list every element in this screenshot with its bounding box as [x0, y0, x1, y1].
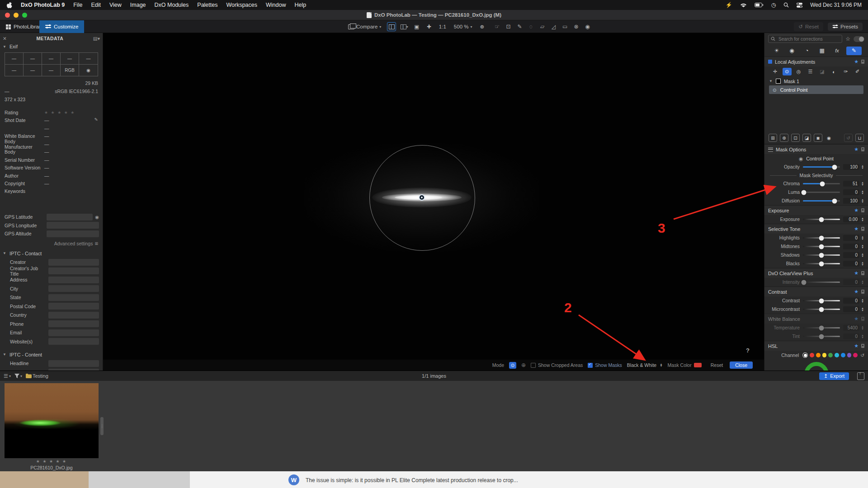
- zoom-window-button[interactable]: [22, 13, 27, 18]
- pin-icon[interactable]: [861, 344, 864, 348]
- exif-section-header[interactable]: ▼ Exif: [0, 42, 103, 51]
- duplicate-mask-icon[interactable]: ⊡: [791, 134, 800, 142]
- crop-tool-icon[interactable]: ⊡: [505, 23, 512, 30]
- add-mask-icon[interactable]: ⊞: [769, 134, 777, 142]
- menu-clock[interactable]: Wed Dec 31 9:06 PM: [810, 2, 862, 8]
- zoom-in-button[interactable]: ⊕: [478, 23, 486, 31]
- share-icon[interactable]: [857, 372, 864, 380]
- repair-tool-icon[interactable]: ◌: [528, 23, 534, 30]
- geometry-icon[interactable]: ▦: [816, 47, 828, 55]
- reset-channel-icon[interactable]: ↺: [860, 352, 864, 358]
- search-box[interactable]: [768, 35, 842, 43]
- iptc-contact-section-header[interactable]: ▼ IPTC - Contact: [0, 249, 103, 258]
- view-single-button[interactable]: [387, 22, 396, 31]
- menu-item-workspaces[interactable]: Workspaces: [226, 2, 257, 8]
- zoom-level-dropdown[interactable]: 500 % ▾: [452, 23, 474, 30]
- slider-track[interactable]: [803, 282, 840, 283]
- new-mask-icon[interactable]: ⊕: [780, 134, 788, 142]
- apple-menu-icon[interactable]: [6, 2, 12, 9]
- secondary-mode-button[interactable]: ⊕: [521, 362, 526, 368]
- edit-icon[interactable]: ✎: [94, 117, 98, 122]
- hsl-channel-dot-6[interactable]: [841, 353, 845, 357]
- menu-item-window[interactable]: Window: [266, 2, 286, 8]
- hsl-channel-dot-8[interactable]: [853, 353, 858, 357]
- viewpoint-tool-icon[interactable]: ▭: [561, 23, 568, 30]
- gps-altitude-input[interactable]: [47, 230, 99, 237]
- section-header-selective-tone[interactable]: Selective Tone★: [764, 224, 868, 234]
- slider-value[interactable]: 51: [843, 181, 859, 187]
- mask-visibility-checkbox[interactable]: [776, 79, 781, 84]
- mask-color-swatch[interactable]: [694, 363, 702, 367]
- stepper-arrows-icon[interactable]: ▲▼: [861, 280, 864, 285]
- close-window-button[interactable]: [5, 13, 10, 18]
- viewer-close-button[interactable]: Close: [730, 361, 753, 369]
- search-icon[interactable]: [783, 2, 789, 8]
- slider-track[interactable]: [803, 263, 840, 264]
- zoom-1to1-button[interactable]: 1:1: [437, 23, 448, 30]
- slider-track[interactable]: [803, 166, 840, 168]
- show-cropped-toggle[interactable]: Show Cropped Areas: [531, 362, 583, 368]
- compare-button[interactable]: Compare ▾: [346, 23, 383, 30]
- favorites-filter-icon[interactable]: ☆: [845, 36, 850, 42]
- stepper-arrows-icon[interactable]: ▲▼: [861, 262, 864, 266]
- help-icon[interactable]: ?: [746, 347, 750, 354]
- control-point-list-item[interactable]: ⊙ Control Point: [769, 85, 863, 94]
- stepper-arrows-icon[interactable]: ▲▼: [861, 199, 864, 203]
- checkbox-checked-icon[interactable]: [588, 363, 593, 368]
- slider-knob[interactable]: [802, 280, 807, 285]
- menu-item-image[interactable]: Image: [130, 2, 146, 8]
- thumbnail-rating-stars[interactable]: ★ ★ ★ ★ ★: [5, 459, 99, 464]
- slider-knob[interactable]: [832, 198, 837, 203]
- fit-view-button[interactable]: ▣: [412, 23, 421, 31]
- postal-code-input[interactable]: [48, 303, 99, 310]
- fx-icon[interactable]: fx: [831, 47, 843, 55]
- wifi-icon[interactable]: [740, 3, 747, 8]
- control-line-tool-icon[interactable]: ◎: [794, 68, 803, 75]
- viewer-reset-button[interactable]: Reset: [711, 362, 723, 368]
- slider-knob[interactable]: [819, 217, 824, 222]
- pin-icon[interactable]: [861, 227, 864, 231]
- hsl-channel-dot-4[interactable]: [828, 353, 833, 357]
- show-masks-toggle[interactable]: Show Masks: [588, 362, 622, 368]
- intersect-mask-icon[interactable]: ◙: [814, 134, 822, 142]
- search-input[interactable]: [778, 36, 840, 42]
- control-center-icon[interactable]: [797, 3, 802, 8]
- slider-value[interactable]: 100: [843, 198, 859, 204]
- slider-track[interactable]: [803, 237, 840, 239]
- invert-mask-icon[interactable]: ◪: [802, 134, 811, 142]
- filter-button[interactable]: ▾: [14, 374, 22, 378]
- rating-stars[interactable]: ★ ★ ★ ★ ★: [44, 110, 75, 115]
- hsl-color-wheel[interactable]: [804, 362, 829, 371]
- slider-knob[interactable]: [819, 325, 824, 330]
- gradient-tool-icon[interactable]: ☰: [806, 68, 815, 75]
- light-icon[interactable]: ☀: [771, 47, 783, 55]
- reset-button[interactable]: ↺ Reset: [794, 22, 823, 31]
- slider-knob[interactable]: [819, 307, 824, 312]
- stepper-arrows-icon[interactable]: ▲▼: [861, 253, 864, 258]
- mask-list-item[interactable]: ▼ Mask 1: [764, 77, 868, 85]
- stepper-arrows-icon[interactable]: ▲▼: [861, 307, 864, 312]
- menu-item-app-name[interactable]: DxO PhotoLab 9: [21, 2, 65, 8]
- hsl-channel-dot-1[interactable]: [810, 353, 814, 357]
- pin-icon[interactable]: [861, 60, 864, 64]
- gps-longitude-input[interactable]: [47, 222, 99, 229]
- control-point-marker[interactable]: [419, 194, 425, 201]
- stepper-arrows-icon[interactable]: ▲▼: [861, 190, 864, 195]
- stepper-arrows-icon[interactable]: ▲▼: [861, 217, 864, 222]
- control-point-mode-button[interactable]: ⊙: [509, 362, 516, 369]
- favorite-star-icon[interactable]: ★: [854, 289, 859, 295]
- phone-input[interactable]: [48, 320, 99, 327]
- slider-knob[interactable]: [820, 181, 825, 186]
- email-input[interactable]: [48, 329, 99, 336]
- favorite-star-icon[interactable]: ★: [854, 270, 859, 276]
- hsl-channel-dot-3[interactable]: [822, 353, 827, 357]
- close-panel-icon[interactable]: ✕: [3, 36, 7, 41]
- slider-value[interactable]: 0: [843, 333, 859, 339]
- section-header-exposure[interactable]: Exposure★: [764, 205, 868, 215]
- stepper-arrows-icon[interactable]: ▲▼: [861, 326, 864, 330]
- favorite-star-icon[interactable]: ★: [854, 226, 859, 232]
- detail-icon[interactable]: ◔: [801, 47, 813, 55]
- reset-mask-icon[interactable]: ↺: [844, 134, 853, 142]
- battery-charging-icon[interactable]: ⚡: [726, 2, 732, 8]
- section-header-dxo-clearview-plus[interactable]: DxO ClearView Plus★: [764, 268, 868, 278]
